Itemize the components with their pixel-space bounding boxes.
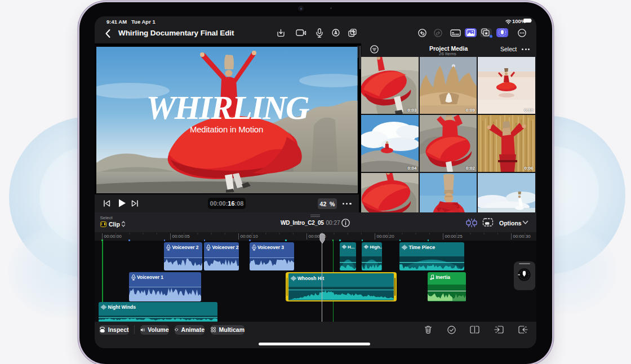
svg-text:Meditation in Motion: Meditation in Motion: [190, 125, 263, 134]
svg-text:WHIRLING: WHIRLING: [146, 89, 310, 126]
